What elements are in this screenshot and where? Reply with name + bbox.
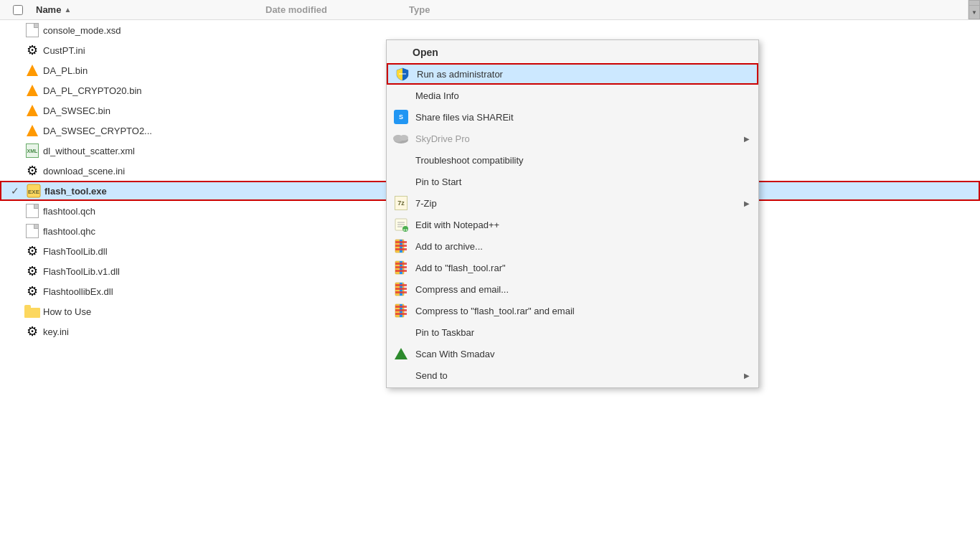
select-all-checkbox[interactable] (13, 5, 23, 15)
menu-label-compress-email: Compress and email... (415, 284, 750, 295)
file-list-header: Name ▲ Date modified Type ▲ ▼ (0, 0, 980, 20)
menu-item-skydrive[interactable]: SkyDrive Pro ▶ (387, 128, 758, 149)
file-icon-vlc (24, 83, 40, 98)
send-to-icon (392, 367, 410, 384)
pin-start-icon (392, 173, 410, 190)
svg-rect-3 (399, 73, 406, 75)
menu-label-add-archive: Add to archive... (415, 241, 750, 252)
menu-label-open: Open (413, 47, 750, 58)
file-name-label: DA_SWSEC.bin (43, 105, 237, 116)
svg-text:++: ++ (402, 227, 408, 232)
file-name-label: CustPT.ini (43, 45, 237, 56)
menu-label-troubleshoot: Troubleshoot compatibility (415, 155, 750, 166)
menu-label-run-as-admin: Run as administrator (417, 69, 748, 80)
file-name-label: FlashToolLib.dll (43, 246, 237, 257)
list-item[interactable]: console_mode.xsd (0, 20, 980, 40)
context-menu: Open Run as administrator Media Info S (386, 39, 759, 388)
shield-icon (394, 65, 411, 83)
menu-item-notepad[interactable]: ++ Edit with Notepad++ (387, 214, 758, 235)
file-name-label: DA_PL.bin (43, 65, 237, 76)
file-icon-folder (24, 303, 40, 319)
media-info-icon (392, 87, 410, 104)
7zip-icon: 7z (392, 194, 410, 212)
menu-item-media-info[interactable]: Media Info (387, 85, 758, 106)
menu-item-compress-email[interactable]: Compress and email... (387, 278, 758, 300)
svg-rect-16 (395, 245, 407, 247)
file-name-label: console_mode.xsd (43, 25, 237, 36)
file-icon-gear: ⚙ (24, 42, 40, 58)
file-name-label: flashtool.qch (43, 206, 237, 217)
file-name-label: FlashtoollibEx.dll (43, 286, 237, 297)
menu-label-smadav: Scan With Smadav (415, 349, 750, 359)
menu-label-skydrive: SkyDrive Pro (415, 133, 744, 144)
menu-item-add-flash-rar[interactable]: Add to "flash_tool.rar" (387, 257, 758, 278)
menu-label-compress-flash-email: Compress to "flash_tool.rar" and email (415, 306, 750, 316)
svg-rect-32 (395, 313, 407, 315)
smadav-icon (392, 345, 410, 362)
rar-icon-add-archive (392, 237, 410, 255)
rar-icon-flash (392, 259, 410, 276)
file-icon-gear: ⚙ (24, 243, 40, 259)
explorer-background: Name ▲ Date modified Type ▲ ▼ console_mo… (0, 0, 980, 551)
menu-label-add-flash-rar: Add to "flash_tool.rar" (415, 263, 750, 273)
scrollbar[interactable]: ▲ ▼ (968, 0, 980, 19)
troubleshoot-icon (392, 151, 410, 169)
header-checkbox-area[interactable] (0, 5, 36, 15)
menu-item-smadav[interactable]: Scan With Smadav (387, 343, 758, 364)
menu-item-troubleshoot[interactable]: Troubleshoot compatibility (387, 149, 758, 171)
menu-label-notepad: Edit with Notepad++ (415, 220, 750, 230)
skydrive-icon (392, 130, 410, 147)
7zip-submenu-arrow: ▶ (744, 199, 750, 207)
svg-rect-25 (395, 284, 407, 286)
menu-item-shareit[interactable]: S Share files via SHAREit (387, 106, 758, 128)
file-name-label: FlashToolLib.v1.dll (43, 266, 237, 277)
svg-rect-26 (395, 288, 407, 290)
file-icon-vlc (24, 62, 40, 78)
menu-item-7zip[interactable]: 7z 7-Zip ▶ (387, 192, 758, 214)
menu-item-compress-flash-email[interactable]: Compress to "flash_tool.rar" and email (387, 300, 758, 321)
file-name-label: flashtool.qhc (43, 226, 237, 237)
svg-rect-20 (395, 263, 407, 265)
notepad-icon: ++ (392, 216, 410, 233)
file-icon-gear: ⚙ (24, 324, 40, 339)
menu-label-pin-taskbar: Pin to Taskbar (415, 327, 750, 338)
file-icon-gear: ⚙ (24, 263, 40, 279)
header-name-col[interactable]: Name ▲ (36, 4, 265, 15)
file-name-label: DA_PL_CRYPTO20.bin (43, 85, 237, 96)
row-checkbox[interactable]: ✓ (4, 185, 26, 197)
menu-item-run-as-admin[interactable]: Run as administrator (387, 63, 758, 85)
send-to-submenu-arrow: ▶ (744, 372, 750, 380)
svg-rect-22 (395, 270, 407, 272)
rar-icon-compress-flash (392, 302, 410, 319)
svg-rect-17 (395, 248, 407, 250)
file-name-label: download_scene.ini (43, 166, 237, 176)
svg-rect-15 (395, 241, 407, 243)
file-icon-generic (24, 223, 40, 239)
menu-item-open[interactable]: Open (387, 42, 758, 63)
pin-taskbar-icon (392, 324, 410, 341)
menu-item-send-to[interactable]: Send to ▶ (387, 364, 758, 386)
svg-point-6 (400, 135, 408, 141)
sort-arrow-icon: ▲ (64, 6, 71, 14)
scrollbar-down-arrow[interactable]: ▼ (969, 5, 980, 19)
menu-item-add-archive[interactable]: Add to archive... (387, 235, 758, 257)
file-icon-gear: ⚙ (24, 163, 40, 179)
menu-label-media-info: Media Info (415, 90, 750, 101)
file-icon-vlc (24, 123, 40, 138)
file-name-label: dl_without_scatter.xml (43, 146, 237, 156)
svg-rect-31 (395, 309, 407, 311)
menu-item-pin-start[interactable]: Pin to Start (387, 171, 758, 192)
file-icon-vlc (24, 103, 40, 118)
svg-rect-27 (395, 291, 407, 293)
file-icon-generic (24, 203, 40, 219)
menu-label-send-to: Send to (415, 370, 744, 381)
rar-icon-compress (392, 281, 410, 298)
file-name-label: DA_SWSEC_CRYPTO2... (43, 126, 237, 136)
menu-label-7zip: 7-Zip (415, 198, 744, 209)
svg-text:EXE: EXE (28, 189, 40, 195)
file-name-label: flash_tool.exe (44, 186, 238, 197)
svg-rect-30 (395, 306, 407, 308)
menu-item-pin-taskbar[interactable]: Pin to Taskbar (387, 321, 758, 343)
menu-label-shareit: Share files via SHAREit (415, 112, 750, 123)
menu-label-pin-start: Pin to Start (415, 176, 750, 187)
